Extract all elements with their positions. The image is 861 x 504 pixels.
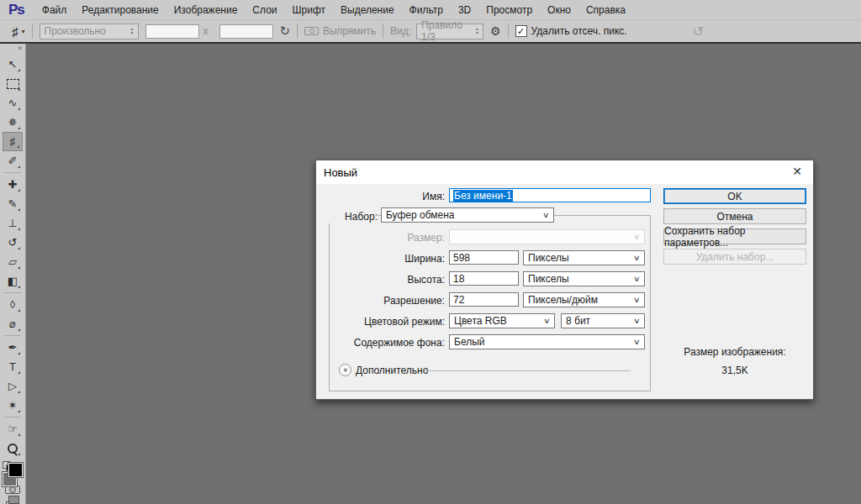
history-brush-tool[interactable]: ↺ [3, 233, 23, 252]
resolution-unit-value: Пикселы/дюйм [528, 294, 598, 306]
preset-select[interactable]: Буфер обмена ∨ [381, 207, 554, 223]
menu-items: ФайлРедактированиеИзображениеСлоиШрифтВы… [34, 4, 633, 16]
quick-selection-tool[interactable]: ✵ [3, 113, 23, 132]
delete-cropped-pixels-label: Удалить отсеч. пикс. [531, 25, 627, 37]
gear-icon[interactable]: ⚙ [490, 24, 501, 38]
move-tool[interactable]: ↖ [3, 55, 23, 74]
resolution-unit-select[interactable]: Пикселы/дюйм ∨ [523, 292, 645, 307]
delete-cropped-pixels-checkbox[interactable]: ✓ [515, 25, 527, 37]
advanced-expander[interactable]: » [339, 364, 351, 376]
options-bar: ♯ ▾ Произвольно ▴▾ x ↻ Выпрямить Вид: Пр… [0, 19, 861, 44]
chevron-down-icon: ∨ [633, 317, 641, 325]
menu-item[interactable]: Выделение [333, 4, 402, 16]
name-input[interactable]: Без имени-1 [449, 188, 651, 202]
crop-tool-badge[interactable]: ♯ ▾ [12, 24, 25, 39]
height-unit-select[interactable]: Пикселы ∨ [523, 271, 645, 286]
crop-preset-select[interactable]: Произвольно ▴▾ [40, 24, 139, 39]
ok-button[interactable]: OK [663, 188, 806, 204]
tool-list: ↖∿✵♯✐✚✎⊥↺▱◧◊⌀✒T▷✶☞ [0, 55, 25, 458]
hand-tool[interactable]: ☞ [3, 419, 23, 438]
advanced-label[interactable]: Дополнительно [356, 365, 428, 377]
crop-tool[interactable]: ♯ [3, 132, 23, 151]
menu-item[interactable]: Окно [540, 4, 578, 16]
zoom-tool[interactable] [3, 438, 23, 458]
crop-height-input[interactable] [219, 24, 273, 39]
gradient-tool[interactable]: ◧ [3, 271, 23, 291]
menu-item[interactable]: Редактирование [74, 4, 166, 16]
chevron-down-icon: ∨ [633, 254, 641, 262]
dodge-tool[interactable]: ⌀ [3, 314, 23, 333]
chevron-down-icon: ∨ [633, 233, 641, 241]
menu-item[interactable]: Файл [34, 4, 75, 16]
menu-item[interactable]: Просмотр [478, 4, 540, 16]
image-size-value: 31,5K [663, 365, 806, 377]
height-value: 18 [453, 273, 464, 285]
width-unit-select[interactable]: Пикселы ∨ [523, 250, 645, 265]
menu-item[interactable]: Фильтр [402, 4, 451, 16]
divider [508, 24, 509, 39]
name-value: Без имени-1 [453, 190, 513, 202]
crop-icon: ♯ [12, 24, 18, 39]
preset-label: Набор: [325, 211, 378, 223]
width-input[interactable]: 598 [449, 250, 519, 265]
chevron-down-icon: ∨ [633, 275, 641, 283]
dialog-title: Новый [324, 166, 357, 179]
chevron-down-icon: ∨ [543, 317, 551, 325]
height-unit-value: Пикселы [528, 273, 569, 285]
crop-preset-value: Произвольно [45, 25, 106, 37]
chevron-down-icon: ∨ [633, 338, 641, 346]
straighten-button[interactable]: Выпрямить [323, 25, 376, 37]
name-label: Имя: [365, 191, 445, 203]
save-preset-button[interactable]: Сохранить набор параметров... [663, 228, 806, 244]
resolution-value: 72 [453, 294, 464, 306]
path-selection-tool[interactable]: ▷ [3, 376, 23, 396]
double-chevron-icon: » [341, 368, 349, 372]
caret-down-icon: ▾ [22, 28, 25, 35]
menu-item[interactable]: Справка [578, 4, 633, 16]
reset-icon[interactable]: ↺ [693, 24, 704, 39]
eyedropper-tool[interactable]: ✐ [3, 151, 23, 171]
width-label: Ширина: [350, 253, 445, 265]
clone-stamp-tool[interactable]: ⊥ [3, 213, 23, 233]
menu-item[interactable]: Слои [245, 4, 284, 16]
background-color-swatch[interactable] [8, 463, 23, 477]
menu-item[interactable]: Изображение [166, 4, 246, 16]
screen-mode-icon [8, 496, 19, 504]
bit-depth-select[interactable]: 8 бит ∨ [561, 313, 645, 328]
blur-tool[interactable]: ◊ [3, 295, 23, 314]
width-value: 598 [453, 252, 470, 264]
new-document-dialog: Новый ✕ Имя: Без имени-1 OK Отмена Сохра… [315, 160, 814, 400]
divider [32, 24, 33, 39]
resolution-input[interactable]: 72 [449, 292, 519, 307]
background-contents-value: Белый [454, 336, 484, 348]
menu-bar: Ps ФайлРедактированиеИзображениеСлоиШриф… [0, 0, 861, 19]
pen-tool[interactable]: ✒ [3, 338, 23, 357]
chevron-down-icon: ∨ [542, 211, 550, 219]
close-icon[interactable]: ✕ [792, 165, 802, 178]
type-tool[interactable]: T [3, 357, 23, 376]
width-unit-value: Пикселы [528, 252, 569, 264]
menu-item[interactable]: Шрифт [285, 4, 333, 16]
dialog-titlebar[interactable]: Новый ✕ [316, 160, 813, 184]
lasso-tool[interactable]: ∿ [3, 93, 23, 113]
photoshop-window: Ps ФайлРедактированиеИзображениеСлоиШриф… [0, 0, 861, 44]
cancel-button[interactable]: Отмена [663, 208, 806, 224]
spinner-icon: ▴▾ [131, 27, 134, 35]
swap-dimensions-icon[interactable]: ↻ [280, 24, 291, 39]
overlay-value: Правило 1/3 [421, 19, 476, 43]
rectangular-marquee-tool[interactable] [3, 74, 23, 93]
brush-tool[interactable]: ✎ [3, 194, 23, 213]
custom-shape-tool[interactable]: ✶ [3, 396, 23, 415]
overlay-select[interactable]: Правило 1/3 ▴▾ [416, 24, 483, 39]
eraser-tool[interactable]: ▱ [3, 252, 23, 271]
background-contents-select[interactable]: Белый ∨ [449, 334, 645, 349]
collapse-panel-button[interactable]: » [18, 44, 25, 53]
divider [425, 370, 631, 371]
healing-brush-tool[interactable]: ✚ [3, 175, 23, 194]
chevron-down-icon: ∨ [633, 296, 641, 304]
height-input[interactable]: 18 [449, 271, 519, 286]
color-mode-select[interactable]: Цвета RGB ∨ [449, 313, 555, 328]
quick-mask-button[interactable] [5, 486, 20, 494]
menu-item[interactable]: 3D [451, 4, 478, 16]
crop-width-input[interactable] [145, 24, 199, 39]
